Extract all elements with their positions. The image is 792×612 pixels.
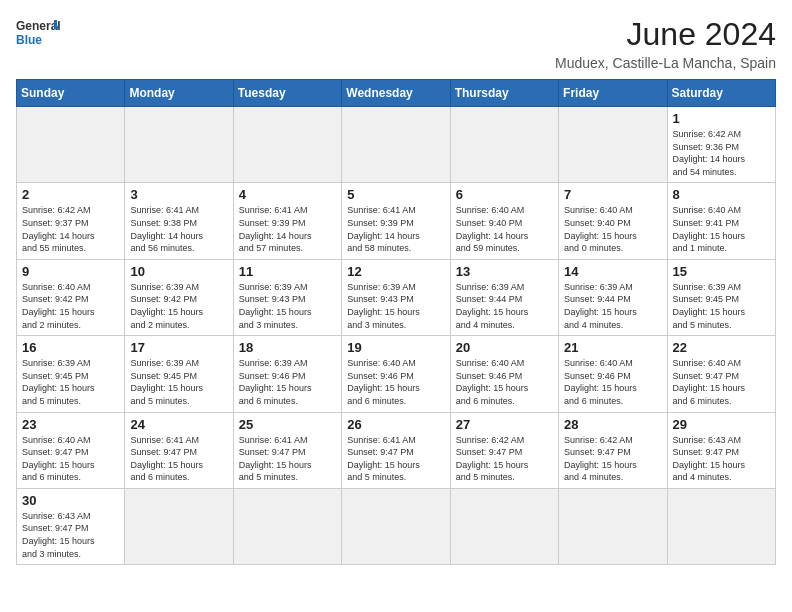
day-number: 10 [130,264,227,279]
day-number: 6 [456,187,553,202]
calendar-cell: 18Sunrise: 6:39 AMSunset: 9:46 PMDayligh… [233,336,341,412]
day-number: 13 [456,264,553,279]
calendar-cell: 24Sunrise: 6:41 AMSunset: 9:47 PMDayligh… [125,412,233,488]
day-number: 15 [673,264,770,279]
calendar-cell: 6Sunrise: 6:40 AMSunset: 9:40 PMDaylight… [450,183,558,259]
calendar-cell: 30Sunrise: 6:43 AMSunset: 9:47 PMDayligh… [17,488,125,564]
day-info: Sunrise: 6:39 AMSunset: 9:45 PMDaylight:… [673,281,770,331]
calendar-cell: 22Sunrise: 6:40 AMSunset: 9:47 PMDayligh… [667,336,775,412]
day-number: 5 [347,187,444,202]
day-info: Sunrise: 6:39 AMSunset: 9:43 PMDaylight:… [239,281,336,331]
page-header: General Blue June 2024 Muduex, Castille-… [16,16,776,71]
day-info: Sunrise: 6:41 AMSunset: 9:38 PMDaylight:… [130,204,227,254]
calendar-cell [450,488,558,564]
calendar-cell: 1Sunrise: 6:42 AMSunset: 9:36 PMDaylight… [667,107,775,183]
calendar-cell: 16Sunrise: 6:39 AMSunset: 9:45 PMDayligh… [17,336,125,412]
day-info: Sunrise: 6:40 AMSunset: 9:46 PMDaylight:… [564,357,661,407]
calendar-week-row: 1Sunrise: 6:42 AMSunset: 9:36 PMDaylight… [17,107,776,183]
day-number: 28 [564,417,661,432]
day-info: Sunrise: 6:40 AMSunset: 9:46 PMDaylight:… [456,357,553,407]
calendar-week-row: 16Sunrise: 6:39 AMSunset: 9:45 PMDayligh… [17,336,776,412]
calendar-cell: 14Sunrise: 6:39 AMSunset: 9:44 PMDayligh… [559,259,667,335]
day-number: 11 [239,264,336,279]
calendar-week-row: 2Sunrise: 6:42 AMSunset: 9:37 PMDaylight… [17,183,776,259]
logo-icon: General Blue [16,16,60,50]
day-info: Sunrise: 6:39 AMSunset: 9:44 PMDaylight:… [564,281,661,331]
day-info: Sunrise: 6:39 AMSunset: 9:46 PMDaylight:… [239,357,336,407]
calendar-cell: 19Sunrise: 6:40 AMSunset: 9:46 PMDayligh… [342,336,450,412]
day-number: 16 [22,340,119,355]
day-number: 24 [130,417,227,432]
calendar-cell [233,107,341,183]
day-number: 23 [22,417,119,432]
day-number: 25 [239,417,336,432]
day-header: Monday [125,80,233,107]
day-info: Sunrise: 6:39 AMSunset: 9:45 PMDaylight:… [22,357,119,407]
day-number: 12 [347,264,444,279]
calendar-cell [125,488,233,564]
day-info: Sunrise: 6:40 AMSunset: 9:41 PMDaylight:… [673,204,770,254]
day-info: Sunrise: 6:41 AMSunset: 9:39 PMDaylight:… [347,204,444,254]
day-info: Sunrise: 6:39 AMSunset: 9:42 PMDaylight:… [130,281,227,331]
day-info: Sunrise: 6:40 AMSunset: 9:47 PMDaylight:… [22,434,119,484]
calendar-cell [342,107,450,183]
svg-text:Blue: Blue [16,33,42,47]
calendar-cell: 3Sunrise: 6:41 AMSunset: 9:38 PMDaylight… [125,183,233,259]
day-number: 9 [22,264,119,279]
day-info: Sunrise: 6:43 AMSunset: 9:47 PMDaylight:… [22,510,119,560]
day-info: Sunrise: 6:43 AMSunset: 9:47 PMDaylight:… [673,434,770,484]
day-number: 27 [456,417,553,432]
calendar-cell [233,488,341,564]
day-info: Sunrise: 6:40 AMSunset: 9:46 PMDaylight:… [347,357,444,407]
svg-rect-3 [54,20,57,29]
calendar-cell: 2Sunrise: 6:42 AMSunset: 9:37 PMDaylight… [17,183,125,259]
day-info: Sunrise: 6:42 AMSunset: 9:47 PMDaylight:… [456,434,553,484]
calendar-table: SundayMondayTuesdayWednesdayThursdayFrid… [16,79,776,565]
day-info: Sunrise: 6:40 AMSunset: 9:40 PMDaylight:… [456,204,553,254]
calendar-cell: 26Sunrise: 6:41 AMSunset: 9:47 PMDayligh… [342,412,450,488]
day-number: 17 [130,340,227,355]
calendar-cell: 20Sunrise: 6:40 AMSunset: 9:46 PMDayligh… [450,336,558,412]
day-number: 18 [239,340,336,355]
title-area: June 2024 Muduex, Castille-La Mancha, Sp… [555,16,776,71]
calendar-cell: 11Sunrise: 6:39 AMSunset: 9:43 PMDayligh… [233,259,341,335]
day-info: Sunrise: 6:42 AMSunset: 9:47 PMDaylight:… [564,434,661,484]
calendar-cell: 23Sunrise: 6:40 AMSunset: 9:47 PMDayligh… [17,412,125,488]
day-header: Saturday [667,80,775,107]
day-info: Sunrise: 6:42 AMSunset: 9:37 PMDaylight:… [22,204,119,254]
day-header: Sunday [17,80,125,107]
calendar-cell: 25Sunrise: 6:41 AMSunset: 9:47 PMDayligh… [233,412,341,488]
day-number: 2 [22,187,119,202]
day-number: 4 [239,187,336,202]
day-header: Friday [559,80,667,107]
day-info: Sunrise: 6:39 AMSunset: 9:44 PMDaylight:… [456,281,553,331]
day-info: Sunrise: 6:40 AMSunset: 9:47 PMDaylight:… [673,357,770,407]
calendar-cell: 9Sunrise: 6:40 AMSunset: 9:42 PMDaylight… [17,259,125,335]
calendar-cell: 12Sunrise: 6:39 AMSunset: 9:43 PMDayligh… [342,259,450,335]
calendar-cell: 13Sunrise: 6:39 AMSunset: 9:44 PMDayligh… [450,259,558,335]
day-header: Thursday [450,80,558,107]
calendar-cell [559,488,667,564]
calendar-cell [450,107,558,183]
day-number: 3 [130,187,227,202]
day-info: Sunrise: 6:39 AMSunset: 9:45 PMDaylight:… [130,357,227,407]
day-info: Sunrise: 6:40 AMSunset: 9:40 PMDaylight:… [564,204,661,254]
day-number: 8 [673,187,770,202]
calendar-cell: 15Sunrise: 6:39 AMSunset: 9:45 PMDayligh… [667,259,775,335]
calendar-cell [125,107,233,183]
calendar-cell: 5Sunrise: 6:41 AMSunset: 9:39 PMDaylight… [342,183,450,259]
calendar-cell [667,488,775,564]
day-number: 26 [347,417,444,432]
location: Muduex, Castille-La Mancha, Spain [555,55,776,71]
day-info: Sunrise: 6:41 AMSunset: 9:47 PMDaylight:… [239,434,336,484]
day-number: 22 [673,340,770,355]
calendar-week-row: 9Sunrise: 6:40 AMSunset: 9:42 PMDaylight… [17,259,776,335]
day-info: Sunrise: 6:41 AMSunset: 9:47 PMDaylight:… [347,434,444,484]
calendar-cell: 21Sunrise: 6:40 AMSunset: 9:46 PMDayligh… [559,336,667,412]
calendar-cell: 29Sunrise: 6:43 AMSunset: 9:47 PMDayligh… [667,412,775,488]
calendar-cell: 4Sunrise: 6:41 AMSunset: 9:39 PMDaylight… [233,183,341,259]
day-info: Sunrise: 6:41 AMSunset: 9:47 PMDaylight:… [130,434,227,484]
day-number: 21 [564,340,661,355]
calendar-cell: 7Sunrise: 6:40 AMSunset: 9:40 PMDaylight… [559,183,667,259]
calendar-week-row: 30Sunrise: 6:43 AMSunset: 9:47 PMDayligh… [17,488,776,564]
